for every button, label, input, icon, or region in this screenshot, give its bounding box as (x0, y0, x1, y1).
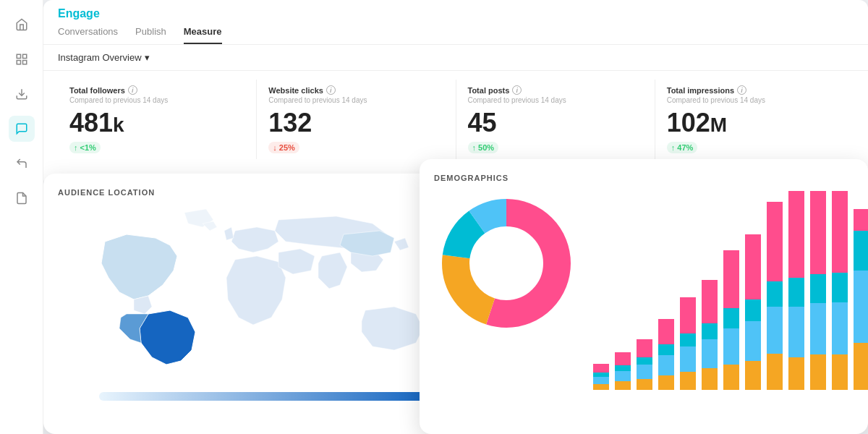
donut-chart (434, 191, 579, 336)
bar-segment-11-1 (832, 273, 848, 302)
bar-segment-5-3 (702, 368, 718, 390)
tab-conversations[interactable]: Conversations (58, 26, 118, 44)
demographics-title: DEMOGRAPHICS (434, 174, 854, 182)
stat-sublabel-2: Compared to previous 14 days (468, 96, 643, 104)
bar-group-3 (658, 191, 674, 390)
svg-rect-1 (22, 54, 26, 58)
stat-card-1: Website clicks i Compared to previous 14… (257, 80, 456, 159)
bar-segment-4-1 (680, 333, 696, 346)
bar-group-2 (637, 191, 652, 390)
stat-badge-0: ↑ <1% (69, 142, 101, 153)
stat-sublabel-0: Compared to previous 14 days (69, 96, 244, 104)
bar-segment-4-2 (680, 346, 696, 372)
logo-area: Engage (58, 7, 854, 20)
stats-row: Total followers i Compared to previous 1… (43, 71, 868, 168)
bar-segment-0-0 (593, 364, 609, 373)
dropdown-area: Instagram Overview ▾ (43, 45, 868, 71)
stat-badge-3: ↑ 47% (667, 142, 698, 153)
bar-group-1 (615, 191, 631, 390)
bar-segment-8-1 (767, 281, 783, 307)
bar-segment-3-3 (658, 375, 674, 390)
dropdown-label: Instagram Overview (58, 52, 142, 63)
stat-value-0: 481k (69, 109, 244, 137)
bar-segment-12-2 (854, 271, 868, 343)
stat-card-2: Total posts i Compared to previous 14 da… (456, 80, 655, 159)
stat-value-2: 45 (468, 109, 643, 137)
bar-chart (593, 191, 868, 393)
bar-segment-0-3 (593, 384, 609, 390)
bar-segment-6-0 (723, 250, 739, 308)
svg-rect-3 (17, 61, 20, 64)
svg-point-9 (470, 227, 542, 299)
bar-segment-8-3 (767, 354, 783, 390)
bar-segment-9-1 (788, 278, 804, 307)
stat-label-1: Website clicks i (268, 85, 443, 95)
bar-segment-11-0 (832, 191, 848, 273)
stat-sublabel-3: Compared to previous 14 days (667, 96, 842, 104)
bar-segment-10-1 (810, 274, 826, 303)
bar-segment-11-3 (832, 354, 848, 390)
map-container (58, 205, 470, 408)
sidebar-icon-file[interactable] (9, 185, 35, 211)
app-logo: Engage (58, 7, 100, 20)
bar-group-12 (854, 191, 868, 390)
stat-badge-2: ↑ 50% (468, 142, 499, 153)
sidebar-icon-chat[interactable] (9, 116, 35, 142)
bar-segment-1-1 (615, 365, 631, 371)
bar-segment-1-3 (615, 381, 631, 390)
panel-header: Engage Conversations Publish Measure (43, 0, 868, 45)
demographics-panel: DEMOGRAPHICS (420, 159, 868, 434)
stat-badge-1: ↓ 25% (268, 142, 299, 153)
bar-segment-8-0 (767, 202, 783, 281)
bar-segment-12-1 (854, 231, 868, 271)
tab-measure[interactable]: Measure (184, 26, 222, 44)
info-icon-2: i (512, 85, 522, 95)
bar-segment-9-2 (788, 307, 804, 357)
bar-group-7 (745, 191, 761, 390)
sidebar-icon-home[interactable] (9, 12, 35, 38)
stat-value-3: 102M (667, 109, 842, 137)
audience-location-panel: AUDIENCE LOCATION (43, 174, 485, 434)
bar-segment-5-0 (702, 280, 718, 323)
bar-segment-12-3 (854, 343, 868, 390)
bar-segment-3-2 (658, 355, 674, 375)
bar-group-11 (832, 191, 848, 390)
bar-segment-2-2 (637, 365, 652, 379)
bar-segment-10-0 (810, 191, 826, 274)
bar-segment-8-2 (767, 307, 783, 354)
bar-segment-7-1 (745, 299, 761, 321)
bar-segment-2-1 (637, 357, 652, 365)
audience-location-title: AUDIENCE LOCATION (58, 188, 470, 197)
bar-segment-1-0 (615, 352, 631, 365)
stat-label-0: Total followers i (69, 85, 244, 95)
bar-segment-6-3 (723, 365, 739, 390)
map-gradient-bar (99, 392, 429, 401)
bar-segment-1-2 (615, 371, 631, 381)
instagram-overview-dropdown[interactable]: Instagram Overview ▾ (58, 52, 854, 63)
stat-label-2: Total posts i (468, 85, 643, 95)
sidebar-icon-download[interactable] (9, 81, 35, 107)
bar-segment-0-2 (593, 377, 609, 384)
svg-rect-0 (17, 54, 20, 58)
bar-group-5 (702, 191, 718, 390)
bar-group-4 (680, 191, 696, 390)
bar-group-10 (810, 191, 826, 390)
tab-publish[interactable]: Publish (135, 26, 166, 44)
bar-group-0 (593, 191, 609, 390)
bar-segment-7-3 (745, 361, 761, 390)
info-icon-3: i (737, 85, 746, 95)
sidebar-icon-layout[interactable] (9, 46, 35, 72)
bar-segment-5-1 (702, 323, 718, 339)
stat-sublabel-1: Compared to previous 14 days (268, 96, 443, 104)
bar-group-9 (788, 191, 804, 390)
bar-segment-3-0 (658, 319, 674, 344)
dropdown-arrow: ▾ (145, 52, 150, 63)
bar-segment-10-2 (810, 303, 826, 354)
svg-rect-2 (22, 61, 26, 64)
bar-segment-9-0 (788, 191, 804, 278)
world-map-svg (58, 205, 470, 386)
sidebar-icon-reply[interactable] (9, 150, 35, 176)
charts-container (434, 191, 854, 393)
bar-segment-9-3 (788, 357, 804, 390)
stat-card-0: Total followers i Compared to previous 1… (58, 80, 257, 159)
